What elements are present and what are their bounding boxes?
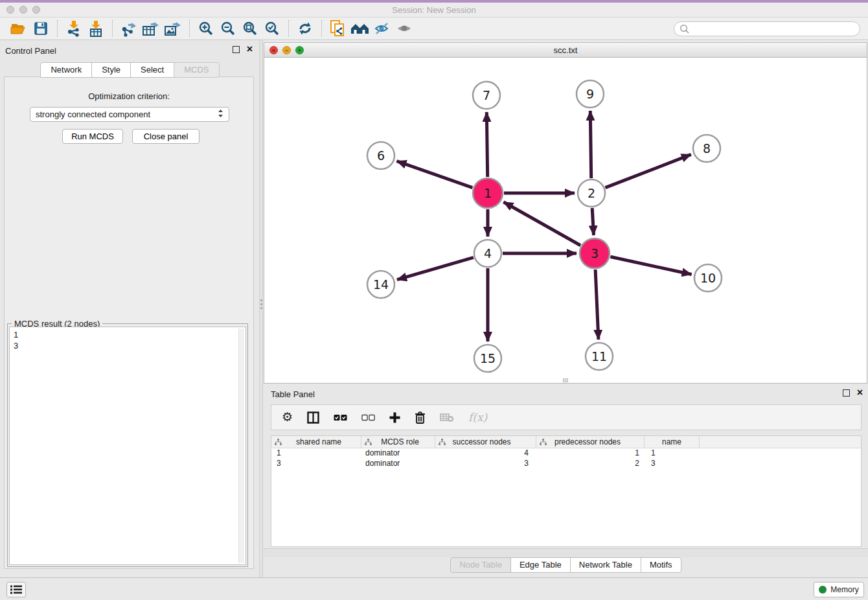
show-all-networks-icon[interactable] <box>349 19 371 38</box>
node-15[interactable]: 15 <box>474 345 501 372</box>
column-header-mcds-role[interactable]: MCDS role <box>361 436 435 448</box>
tab-select[interactable]: Select <box>130 62 174 78</box>
optimization-criterion-dropdown[interactable]: strongly connected component <box>30 107 229 122</box>
float-panel-icon[interactable] <box>233 46 240 53</box>
node-1[interactable]: 1 <box>473 178 503 208</box>
zoom-selected-icon[interactable] <box>261 19 283 38</box>
result-scrollbar[interactable] <box>238 329 244 563</box>
cell-mcds-role[interactable]: dominator <box>361 459 435 469</box>
import-table-icon[interactable] <box>85 19 107 38</box>
zoom-in-icon[interactable] <box>195 19 217 38</box>
tab-mcds[interactable]: MCDS <box>174 62 219 78</box>
node-2[interactable]: 2 <box>578 179 605 207</box>
task-history-button[interactable] <box>6 582 26 597</box>
search-input[interactable] <box>692 25 860 34</box>
node-6[interactable]: 6 <box>367 142 394 169</box>
edge-4-14[interactable] <box>397 257 474 279</box>
column-type-icon <box>540 439 547 446</box>
toolbar-separator <box>288 20 289 37</box>
node-14[interactable]: 14 <box>367 271 394 298</box>
edge-3-11[interactable] <box>595 270 599 340</box>
export-image-icon[interactable] <box>162 19 184 38</box>
table-row[interactable]: 1 dominator 4 1 1 <box>271 448 861 459</box>
column-header-predecessor-nodes[interactable]: predecessor nodes <box>536 436 645 448</box>
mcds-result-textarea[interactable]: 1 3 <box>9 327 246 565</box>
close-panel-icon[interactable]: × <box>247 43 253 55</box>
run-mcds-button[interactable]: Run MCDS <box>62 129 123 144</box>
hide-selected-icon[interactable] <box>371 19 393 38</box>
tab-motifs[interactable]: Motifs <box>641 557 681 573</box>
memory-button[interactable]: Memory <box>814 582 864 597</box>
canvas-resize-grip[interactable] <box>563 378 568 382</box>
deselect-all-icon[interactable] <box>361 410 375 425</box>
edge-2-8[interactable] <box>605 154 691 187</box>
column-header-name[interactable]: name <box>645 436 700 448</box>
control-panel: Control Panel × Network Style Select MCD… <box>0 40 259 577</box>
svg-text:7: 7 <box>483 88 490 102</box>
edge-1-6[interactable] <box>397 161 473 188</box>
search-box[interactable] <box>674 21 860 36</box>
save-session-icon[interactable] <box>30 19 52 38</box>
edge-1-7[interactable] <box>486 112 487 177</box>
column-type-icon <box>275 439 282 446</box>
column-header-shared-name[interactable]: shared name <box>271 436 361 448</box>
show-selected-icon[interactable] <box>393 19 415 38</box>
table-row[interactable]: 3 dominator 3 2 3 <box>271 459 861 469</box>
column-header-successor-nodes[interactable]: successor nodes <box>435 436 536 448</box>
cell-mcds-role[interactable]: dominator <box>361 448 435 459</box>
delete-row-icon[interactable] <box>415 410 426 425</box>
node-11[interactable]: 11 <box>586 343 613 370</box>
svg-text:1: 1 <box>484 186 492 200</box>
close-table-panel-icon[interactable]: × <box>857 387 863 398</box>
cell-successor-nodes[interactable]: 4 <box>435 448 536 459</box>
column-header-filler <box>700 436 861 448</box>
column-type-icon <box>439 439 446 446</box>
settings-gear-icon[interactable]: ⚙ <box>282 410 293 425</box>
node-7[interactable]: 7 <box>473 82 500 109</box>
show-column-panel-icon[interactable] <box>307 410 319 425</box>
zoom-out-icon[interactable] <box>217 19 239 38</box>
close-panel-button[interactable]: Close panel <box>132 129 200 144</box>
cell-name[interactable]: 3 <box>645 459 700 469</box>
refresh-layout-icon[interactable] <box>294 19 316 38</box>
delete-table-icon[interactable] <box>440 410 454 425</box>
select-all-icon[interactable] <box>334 410 347 425</box>
tab-edge-table[interactable]: Edge Table <box>510 557 571 573</box>
network-window-titlebar[interactable]: × − + scc.txt <box>264 43 867 58</box>
edge-3-10[interactable] <box>610 257 691 274</box>
add-row-icon[interactable] <box>389 410 400 425</box>
cell-name[interactable]: 1 <box>645 448 700 459</box>
cell-shared-name[interactable]: 3 <box>271 459 361 469</box>
edge-2-3[interactable] <box>592 208 593 235</box>
export-network-icon[interactable] <box>118 19 140 38</box>
clone-network-icon[interactable] <box>327 19 349 38</box>
titlebar[interactable]: Session: New Session <box>0 3 868 17</box>
float-table-panel-icon[interactable] <box>843 389 850 397</box>
network-canvas[interactable]: 7968124314101511 <box>264 58 867 383</box>
cell-successor-nodes[interactable]: 3 <box>435 459 536 469</box>
tab-network[interactable]: Network <box>40 62 92 78</box>
network-graph[interactable]: 7968124314101511 <box>264 58 867 383</box>
svg-text:11: 11 <box>591 349 607 363</box>
node-4[interactable]: 4 <box>474 240 501 267</box>
edge-3-1[interactable] <box>503 202 580 246</box>
open-file-icon[interactable] <box>8 19 30 38</box>
svg-text:8: 8 <box>703 141 711 156</box>
zoom-fit-icon[interactable] <box>239 19 261 38</box>
tab-node-table[interactable]: Node Table <box>450 557 511 573</box>
node-3[interactable]: 3 <box>580 238 610 268</box>
tab-style[interactable]: Style <box>91 62 131 78</box>
node-10[interactable]: 10 <box>694 264 722 292</box>
function-builder-icon[interactable]: f(x) <box>468 410 487 425</box>
edge-2-9[interactable] <box>590 111 591 178</box>
table-toolbar: ⚙ f(x) <box>271 404 862 430</box>
node-8[interactable]: 8 <box>693 135 720 162</box>
cell-predecessor-nodes[interactable]: 1 <box>536 448 645 459</box>
node-9[interactable]: 9 <box>577 80 604 108</box>
cell-predecessor-nodes[interactable]: 2 <box>536 459 645 469</box>
memory-status-icon <box>819 586 827 594</box>
cell-shared-name[interactable]: 1 <box>271 448 361 459</box>
export-table-icon[interactable] <box>140 19 162 38</box>
tab-network-table[interactable]: Network Table <box>570 557 641 573</box>
import-network-icon[interactable] <box>63 19 85 38</box>
